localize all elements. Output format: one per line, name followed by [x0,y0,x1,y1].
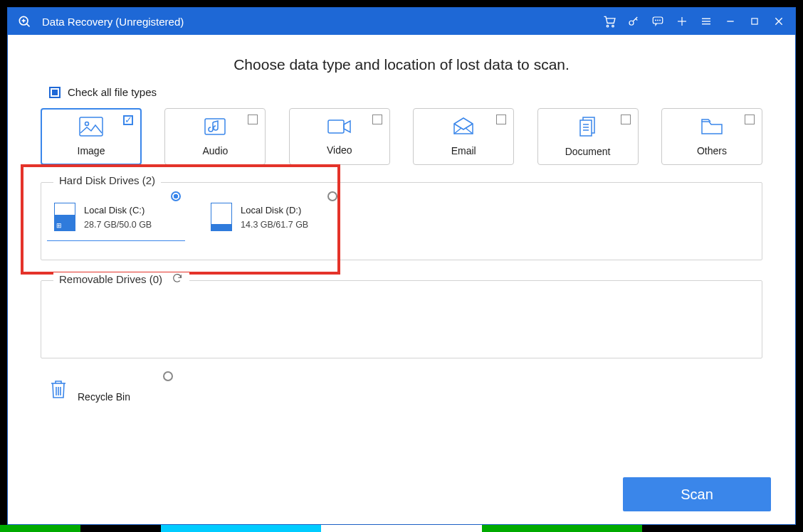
drive-d[interactable]: Local Disk (D:) 14.3 GB/61.7 GB [209,198,342,237]
file-type-label: Image [78,145,105,156]
drive-d-icon [211,203,232,231]
feedback-icon[interactable] [646,8,670,35]
maximize-button[interactable] [742,8,767,35]
svg-point-8 [656,20,656,21]
app-window: Data Recovery (Unregistered) Choose data… [7,7,796,525]
file-type-document[interactable]: Document [537,108,639,165]
trash-icon [49,378,68,403]
titlebar: Data Recovery (Unregistered) [8,8,795,35]
plus-icon[interactable] [670,8,694,35]
hard-disk-drives-section: Hard Disk Drives (2) ⊞ Local Disk (C:) 2… [41,182,762,260]
file-type-others[interactable]: Others [661,108,762,165]
recycle-bin-option[interactable]: Recycle Bin [49,378,177,403]
refresh-icon[interactable] [171,272,184,286]
drive-c-name: Local Disk (C:) [84,205,152,216]
check-all-checkbox[interactable] [49,87,61,98]
svg-rect-25 [580,120,592,136]
svg-rect-17 [752,18,757,24]
file-type-audio[interactable]: Audio [164,108,266,165]
recycle-bin-radio[interactable] [163,371,173,381]
drive-c-size: 28.7 GB/50.0 GB [84,220,152,230]
video-icon [327,117,352,139]
svg-rect-22 [205,119,225,134]
file-type-image[interactable]: Image [41,108,142,165]
svg-point-21 [85,122,89,126]
drive-d-radio[interactable] [327,191,337,201]
folder-icon [700,117,724,139]
scan-button[interactable]: Scan [623,477,771,511]
document-icon [577,116,599,140]
section-label-removable: Removable Drives (0) [53,272,189,286]
file-type-video[interactable]: Video [289,108,390,165]
file-type-email-checkbox[interactable] [496,115,506,124]
minimize-button[interactable] [718,8,742,35]
svg-point-10 [660,20,661,21]
file-type-audio-checkbox[interactable] [248,115,258,124]
file-type-label: Email [451,145,476,156]
svg-point-6 [629,21,634,25]
removable-drives-section: Removable Drives (0) [41,280,762,358]
file-type-label: Others [697,145,727,156]
drive-c-icon: ⊞ [54,203,75,231]
file-type-others-checkbox[interactable] [745,115,755,124]
svg-line-1 [26,23,29,26]
drive-c[interactable]: ⊞ Local Disk (C:) 28.7 GB/50.0 GB [53,198,185,237]
main-content: Choose data type and location of lost da… [8,35,795,524]
drive-d-size: 14.3 GB/61.7 GB [241,220,308,230]
svg-point-4 [607,25,609,26]
cart-icon[interactable] [597,8,621,35]
file-type-image-checkbox[interactable] [123,115,133,125]
audio-icon [203,117,227,139]
app-title: Data Recovery (Unregistered) [42,16,184,28]
check-all-row[interactable]: Check all file types [49,86,762,98]
file-type-label: Audio [202,145,228,156]
desktop-background-stripe [0,525,803,532]
check-all-label: Check all file types [68,86,157,98]
menu-icon[interactable] [694,8,718,35]
page-heading: Choose data type and location of lost da… [41,56,762,73]
close-button[interactable] [767,8,791,35]
section-label-hdd: Hard Disk Drives (2) [53,174,161,186]
key-icon[interactable] [621,8,646,35]
svg-rect-20 [80,117,103,136]
file-type-email[interactable]: Email [413,108,514,165]
file-type-label: Document [565,146,611,157]
removable-section-title: Removable Drives (0) [59,273,162,285]
windows-logo-icon: ⊞ [56,222,62,229]
drive-c-radio[interactable] [171,191,181,201]
drive-d-name: Local Disk (D:) [241,205,308,216]
app-icon [16,14,32,29]
file-type-video-checkbox[interactable] [372,115,382,124]
email-icon [451,117,476,139]
recycle-bin-label: Recycle Bin [78,391,130,403]
file-type-document-checkbox[interactable] [621,115,631,124]
svg-rect-23 [328,120,344,133]
svg-point-5 [612,25,614,26]
file-type-grid: Image Audio Video Em [41,108,762,165]
svg-point-9 [658,20,658,21]
image-icon [79,117,103,139]
file-type-label: Video [327,144,352,156]
